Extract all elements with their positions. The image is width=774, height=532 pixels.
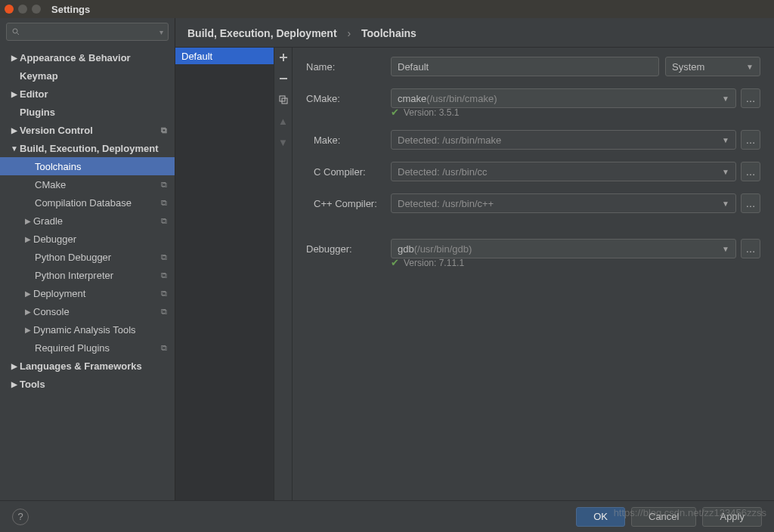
chevron-down-icon: ▾	[159, 28, 163, 36]
remove-button[interactable]	[277, 72, 290, 85]
debugger-field[interactable]: gdb (/usr/bin/gdb) ▼	[391, 239, 736, 258]
sidebar-item-label: Console	[33, 306, 70, 317]
sidebar-item-dynamic-analysis-tools[interactable]: ▶Dynamic Analysis Tools	[0, 320, 175, 339]
sidebar-item-label: Gradle	[33, 215, 63, 227]
chevron-right-icon: ▶	[23, 235, 33, 243]
sidebar-item-label: Dynamic Analysis Tools	[33, 324, 136, 336]
scope-icon: ⧉	[161, 125, 167, 135]
svg-line-1	[17, 33, 20, 36]
sidebar-item-label: Tools	[20, 379, 45, 390]
toolchain-form: Name: Default System ▼ CMake: cmake (/us…	[293, 48, 774, 500]
sidebar-item-tools[interactable]: ▶Tools	[0, 375, 175, 393]
debugger-browse-button[interactable]: …	[741, 239, 760, 258]
cmake-field[interactable]: cmake (/usr/bin/cmake) ▼	[391, 88, 736, 108]
scope-icon: ⧉	[161, 216, 167, 226]
chevron-down-icon: ▼	[722, 168, 729, 176]
check-icon: ✔	[391, 257, 399, 268]
sidebar-item-languages-frameworks[interactable]: ▶Languages & Frameworks	[0, 357, 175, 375]
copy-button[interactable]	[277, 93, 290, 107]
window-close-button[interactable]	[5, 5, 14, 14]
ok-button[interactable]: OK	[576, 507, 625, 527]
sidebar-item-keymap[interactable]: Keymap	[0, 66, 175, 85]
chevron-right-icon: ▶	[9, 54, 20, 62]
make-browse-button[interactable]: …	[741, 130, 760, 150]
debugger-label: Debugger:	[306, 243, 391, 255]
sidebar-item-deployment[interactable]: ▶Deployment⧉	[0, 284, 175, 302]
cxx-field[interactable]: Detected: /usr/bin/c++ ▼	[391, 193, 736, 213]
sidebar-item-version-control[interactable]: ▶Version Control⧉	[0, 121, 175, 139]
cancel-button[interactable]: Cancel	[631, 507, 696, 527]
dialog-button-bar: ? OK Cancel Apply	[0, 500, 774, 532]
sidebar-item-label: Languages & Frameworks	[20, 360, 142, 372]
chevron-down-icon: ▼	[746, 63, 754, 71]
chevron-down-icon: ▼	[722, 94, 729, 103]
cc-field[interactable]: Detected: /usr/bin/cc ▼	[391, 162, 736, 181]
sidebar-item-compilation-database[interactable]: Compilation Database⧉	[0, 193, 175, 212]
cxx-label: C++ Compiler:	[306, 198, 391, 209]
toolchain-list-item[interactable]: Default	[175, 48, 274, 64]
make-field[interactable]: Detected: /usr/bin/make ▼	[391, 130, 736, 150]
scope-icon: ⧉	[161, 343, 167, 353]
cxx-browse-button[interactable]: …	[741, 193, 760, 213]
sidebar-item-label: Toolchains	[35, 161, 81, 172]
breadcrumb-part[interactable]: Build, Execution, Deployment	[187, 27, 337, 39]
sidebar-item-gradle[interactable]: ▶Gradle⧉	[0, 212, 175, 230]
window-minimize-button[interactable]	[18, 5, 27, 14]
chevron-right-icon: ▶	[9, 362, 20, 370]
sidebar-item-build-execution-deployment[interactable]: ▼Build, Execution, Deployment	[0, 139, 175, 157]
sidebar-item-cmake[interactable]: CMake⧉	[0, 175, 175, 193]
chevron-down-icon: ▼	[722, 136, 729, 144]
settings-tree: ▶Appearance & BehaviorKeymap▶EditorPlugi…	[0, 47, 175, 500]
toolchain-list-item-label: Default	[181, 51, 212, 62]
move-down-button[interactable]: ▼	[277, 135, 290, 149]
name-field[interactable]: Default	[391, 57, 659, 76]
sidebar-item-editor[interactable]: ▶Editor	[0, 85, 175, 103]
cc-label: C Compiler:	[306, 166, 391, 178]
breadcrumb: Build, Execution, Deployment › Toolchain…	[175, 18, 774, 47]
move-up-button[interactable]: ▲	[277, 114, 290, 128]
scope-icon: ⧉	[161, 289, 167, 298]
sidebar-item-plugins[interactable]: Plugins	[0, 103, 175, 121]
scope-icon: ⧉	[161, 198, 167, 208]
environment-dropdown[interactable]: System ▼	[665, 57, 760, 76]
sidebar-item-required-plugins[interactable]: Required Plugins⧉	[0, 339, 175, 357]
sidebar-item-python-interpreter[interactable]: Python Interpreter⧉	[0, 266, 175, 284]
sidebar-item-python-debugger[interactable]: Python Debugger⧉	[0, 248, 175, 266]
cmake-label: CMake:	[306, 93, 391, 104]
chevron-right-icon: ▶	[23, 217, 33, 225]
check-icon: ✔	[391, 107, 399, 118]
sidebar-item-toolchains[interactable]: Toolchains	[0, 157, 175, 175]
debugger-version: ✔Version: 7.11.1	[391, 257, 760, 268]
sidebar-item-label: Python Interpreter	[35, 270, 113, 281]
apply-button[interactable]: Apply	[702, 507, 762, 527]
sidebar-item-label: Build, Execution, Deployment	[20, 143, 158, 154]
scope-icon: ⧉	[161, 271, 167, 280]
search-input[interactable]: ▾	[6, 23, 169, 41]
search-icon	[11, 27, 20, 36]
environment-value: System	[672, 61, 704, 73]
add-button[interactable]	[277, 51, 290, 64]
chevron-right-icon: ▶	[23, 289, 33, 298]
sidebar-item-appearance-behavior[interactable]: ▶Appearance & Behavior	[0, 48, 175, 66]
sidebar-item-label: Version Control	[20, 125, 93, 136]
cmake-version: ✔Version: 3.5.1	[391, 107, 760, 118]
sidebar-item-label: Python Debugger	[35, 252, 111, 263]
window-title: Settings	[51, 4, 90, 15]
chevron-right-icon: ▶	[23, 326, 33, 334]
cc-browse-button[interactable]: …	[741, 162, 760, 181]
scope-icon: ⧉	[161, 307, 167, 317]
sidebar-item-label: Debugger	[33, 234, 76, 245]
sidebar-item-label: Keymap	[20, 70, 58, 82]
window-maximize-button[interactable]	[32, 5, 41, 14]
sidebar-item-label: Deployment	[33, 288, 85, 299]
scope-icon: ⧉	[161, 252, 167, 262]
sidebar-item-console[interactable]: ▶Console⧉	[0, 302, 175, 320]
help-button[interactable]: ?	[12, 509, 29, 525]
titlebar: Settings	[0, 0, 774, 18]
scope-icon: ⧉	[161, 180, 167, 190]
chevron-right-icon: ▶	[9, 90, 20, 98]
cmake-browse-button[interactable]: …	[741, 88, 760, 108]
chevron-down-icon: ▼	[722, 200, 729, 208]
sidebar-item-debugger[interactable]: ▶Debugger	[0, 230, 175, 248]
sidebar-item-label: Plugins	[20, 107, 55, 118]
